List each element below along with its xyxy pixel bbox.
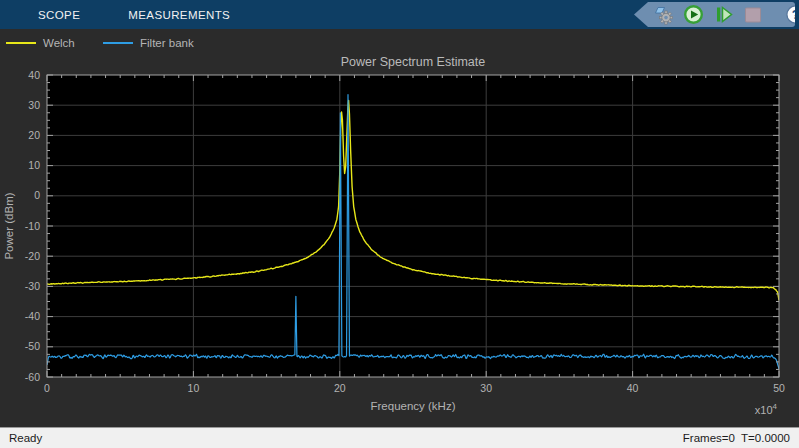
y-axis-label: Power (dBm) bbox=[3, 192, 15, 259]
frames-time-text: Frames=0 T=0.0000 bbox=[683, 432, 790, 444]
status-text: Ready bbox=[9, 432, 42, 444]
gear-icon bbox=[654, 5, 674, 25]
chart-title: Power Spectrum Estimate bbox=[341, 55, 486, 69]
x-tick-label: 50 bbox=[773, 382, 785, 394]
y-tick-label: -20 bbox=[25, 250, 40, 262]
x-tick-label: 40 bbox=[627, 382, 639, 394]
help-icon: ? bbox=[785, 4, 799, 25]
tab-measurements[interactable]: MEASUREMENTS bbox=[116, 0, 242, 29]
stop-icon bbox=[743, 5, 763, 25]
x-axis-label: Frequency (kHz) bbox=[371, 400, 456, 412]
figure-area: Welch Filter bank 01020304050-60-50-40-3… bbox=[0, 29, 799, 427]
step-forward-icon bbox=[713, 4, 734, 25]
y-tick-label: 0 bbox=[34, 189, 40, 201]
play-icon bbox=[683, 4, 704, 25]
spectrum-settings-button[interactable] bbox=[654, 4, 674, 25]
y-tick-label: 30 bbox=[28, 99, 40, 111]
y-tick-label: -10 bbox=[25, 220, 40, 232]
y-tick-label: 40 bbox=[28, 69, 40, 81]
y-tick-label: 10 bbox=[28, 159, 40, 171]
stop-button[interactable] bbox=[743, 4, 763, 25]
toolstrip: SCOPE MEASUREMENTS bbox=[0, 0, 799, 29]
tab-scope[interactable]: SCOPE bbox=[26, 0, 92, 29]
x-multiplier: x104 bbox=[755, 402, 778, 416]
x-tick-label: 0 bbox=[44, 382, 50, 394]
scope-toolbar: ? bbox=[634, 2, 795, 27]
status-bar: Ready Frames=0 T=0.0000 bbox=[0, 427, 799, 448]
y-tick-label: -30 bbox=[25, 280, 40, 292]
x-tick-label: 30 bbox=[480, 382, 492, 394]
run-button[interactable] bbox=[683, 4, 704, 25]
step-forward-button[interactable] bbox=[713, 4, 734, 25]
help-glyph: ? bbox=[792, 8, 799, 22]
x-tick-label: 10 bbox=[188, 382, 200, 394]
help-button[interactable]: ? bbox=[785, 4, 799, 25]
x-tick-label: 20 bbox=[334, 382, 346, 394]
y-tick-label: -50 bbox=[25, 340, 40, 352]
y-tick-label: -40 bbox=[25, 310, 40, 322]
y-tick-label: -60 bbox=[25, 371, 40, 383]
spectrum-chart[interactable]: 01020304050-60-50-40-30-20-10010203040Po… bbox=[0, 29, 799, 427]
y-tick-label: 20 bbox=[28, 129, 40, 141]
spectrum-analyzer-window: SCOPE MEASUREMENTS bbox=[0, 0, 799, 448]
